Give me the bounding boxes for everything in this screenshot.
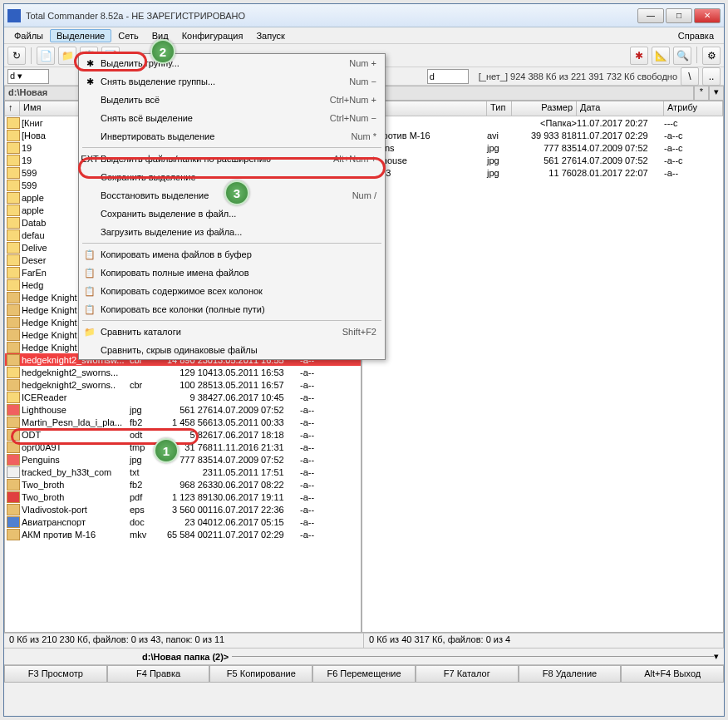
table-row[interactable]: [..]<Папка>11.07.2017 20:27---c <box>362 116 723 129</box>
menu-item[interactable]: Выделить всёCtrl+Num + <box>79 91 385 109</box>
file-icon <box>7 504 20 515</box>
function-key[interactable]: Alt+F4 Выход <box>621 665 724 683</box>
file-icon <box>7 279 20 291</box>
tool-button[interactable]: 📁 <box>58 47 76 65</box>
tool-button[interactable]: 🔍 <box>673 47 691 65</box>
menu-icon: EXT <box>82 152 97 165</box>
table-row[interactable]: Vladivostok-porteps3 560 00116.07.2017 2… <box>5 503 361 515</box>
file-icon <box>7 342 20 353</box>
function-key[interactable]: F7 Каталог <box>416 665 519 683</box>
menu-item[interactable]: 📋Копировать полные имена файлов <box>79 264 385 282</box>
menu-start[interactable]: Запуск <box>249 29 291 42</box>
menu-item[interactable]: Сохранить выделение в файл... <box>79 205 385 223</box>
table-row[interactable]: hedgeknight2_sworns...129 10413.05.2011 … <box>5 366 361 378</box>
table-row[interactable]: ODTodt5 82617.06.2017 18:18-a-- <box>5 428 361 441</box>
menu-icon <box>82 189 97 202</box>
menu-item[interactable]: ✱Выделить группу...Num + <box>79 54 385 72</box>
refresh-icon[interactable]: ↻ <box>7 47 26 65</box>
file-icon <box>7 392 20 403</box>
selection-menu: ✱Выделить группу...Num +✱Снять выделение… <box>78 53 386 360</box>
menu-icon <box>82 130 97 143</box>
table-row[interactable]: enguinsjpg777 83514.07.2009 07:52-a--c <box>362 141 723 154</box>
table-row[interactable]: Penguinsjpg777 83514.07.2009 07:52-a-- <box>5 453 361 466</box>
menu-files[interactable]: Файлы <box>7 29 50 42</box>
menu-item[interactable]: Сравнить, скрыв одинаковые файлы <box>79 341 385 359</box>
tool-button[interactable]: 📐 <box>652 47 670 65</box>
menu-item[interactable]: ✱Снять выделение группы...Num − <box>79 72 385 91</box>
file-icon <box>7 205 20 216</box>
table-row[interactable]: Koala3jpg11 76028.01.2017 22:07-a-- <box>362 166 723 179</box>
menu-item[interactable]: EXTВыделить файлы/папки по расширениюAlt… <box>79 150 385 168</box>
drive-select-right[interactable]: d <box>427 69 469 84</box>
menu-selection[interactable]: Выделение <box>50 29 111 42</box>
file-icon <box>7 242 20 254</box>
command-bar: d:\Новая папка (2)> ▾ <box>4 648 724 664</box>
file-icon <box>7 454 20 466</box>
menu-icon <box>82 343 97 357</box>
menu-item[interactable]: 📋Копировать содержимое всех колонок <box>79 282 385 300</box>
maximize-button[interactable]: □ <box>666 8 692 23</box>
function-key[interactable]: F3 Просмотр <box>4 665 107 683</box>
table-row[interactable]: Lighthousejpg561 27614.07.2009 07:52-a--… <box>362 154 723 166</box>
sort-icon[interactable]: ↑ <box>5 101 20 116</box>
file-icon <box>7 317 20 328</box>
status-right: 0 Кб из 40 317 Кб, файлов: 0 из 4 <box>364 634 724 648</box>
menu-item[interactable]: Загрузить выделение из файла... <box>79 223 385 241</box>
menu-icon <box>82 170 97 184</box>
file-icon <box>7 130 20 141</box>
menu-item[interactable]: 📋Копировать все колонки (полные пути) <box>79 300 385 318</box>
menu-item[interactable]: Снять всё выделениеCtrl+Num − <box>79 109 385 127</box>
table-row[interactable]: ICEReader9 38427.06.2017 10:45-a-- <box>5 391 361 403</box>
menu-icon <box>82 225 97 239</box>
file-icon <box>7 516 20 528</box>
up-button[interactable]: .. <box>702 67 721 86</box>
menu-net[interactable]: Сеть <box>111 29 145 42</box>
hdr-type[interactable]: Тип <box>487 101 512 116</box>
dropdown-icon[interactable]: ▾ <box>714 651 719 662</box>
table-row[interactable]: hedgeknight2_sworns..cbr100 28513.05.201… <box>5 378 361 391</box>
table-row[interactable]: tracked_by_h33t_comtxt2311.05.2011 17:51… <box>5 466 361 478</box>
menu-item[interactable]: Инвертировать выделениеNum * <box>79 127 385 145</box>
menu-item[interactable]: 📋Копировать имена файлов в буфер <box>79 245 385 264</box>
app-icon <box>7 9 21 22</box>
function-key[interactable]: F4 Правка <box>107 665 210 683</box>
menu-config[interactable]: Конфигурация <box>175 29 250 42</box>
file-icon <box>7 529 20 540</box>
table-row[interactable]: Авиатранспортdoc23 04012.06.2017 05:15-a… <box>5 515 361 528</box>
file-icon <box>7 417 20 428</box>
tool-button[interactable]: 📄 <box>37 47 55 65</box>
file-icon <box>7 429 20 441</box>
path-left[interactable]: d:\Новая <box>4 86 79 101</box>
hdr-attr[interactable]: Атрибу <box>664 101 723 116</box>
history-button[interactable]: * <box>694 86 709 101</box>
function-key[interactable]: F8 Удаление <box>519 665 622 683</box>
hdr-date[interactable]: Дата <box>577 101 664 116</box>
table-row[interactable]: Two_brothfb2968 26330.06.2017 08:22-a-- <box>5 478 361 491</box>
command-input[interactable] <box>232 656 714 657</box>
drive-select-left[interactable]: d ▾ <box>7 69 49 84</box>
menu-help[interactable]: Справка <box>671 29 721 42</box>
hdr-size[interactable]: Размер <box>512 101 577 116</box>
minimize-button[interactable]: — <box>637 8 664 23</box>
table-row[interactable]: АКМ против М-16mkv65 584 00211.07.2017 0… <box>5 528 361 540</box>
file-icon <box>7 117 20 129</box>
function-key[interactable]: F6 Перемещение <box>312 665 416 683</box>
file-icon <box>7 192 20 204</box>
table-row[interactable]: КМ против М-16avi39 933 81811.07.2017 02… <box>362 129 723 141</box>
table-row[interactable]: opr00A9Ttmp31 76811.11.2016 21:31-a-- <box>5 441 361 453</box>
favorites-button[interactable]: ▾ <box>709 86 724 101</box>
table-row[interactable]: Two_brothpdf1 123 89130.06.2017 19:11-a-… <box>5 491 361 503</box>
file-icon <box>7 229 20 241</box>
table-row[interactable]: Lighthousejpg561 27614.07.2009 07:52-a-- <box>5 403 361 416</box>
menu-icon <box>82 207 97 220</box>
file-icon <box>7 466 20 478</box>
close-button[interactable]: ✕ <box>694 8 721 23</box>
star-icon[interactable]: ✱ <box>630 47 648 65</box>
tool-button[interactable]: ⚙ <box>702 47 721 65</box>
root-button[interactable]: \ <box>681 67 699 86</box>
menu-item[interactable]: 📁Сравнить каталогиShift+F2 <box>79 323 385 341</box>
menu-separator <box>82 147 381 148</box>
file-list-right[interactable]: [..]<Папка>11.07.2017 20:27---cКМ против… <box>362 116 723 632</box>
function-key[interactable]: F5 Копирование <box>209 665 312 683</box>
table-row[interactable]: Martin_Pesn_lda_i_pla...fb21 458 56613.0… <box>5 416 361 428</box>
